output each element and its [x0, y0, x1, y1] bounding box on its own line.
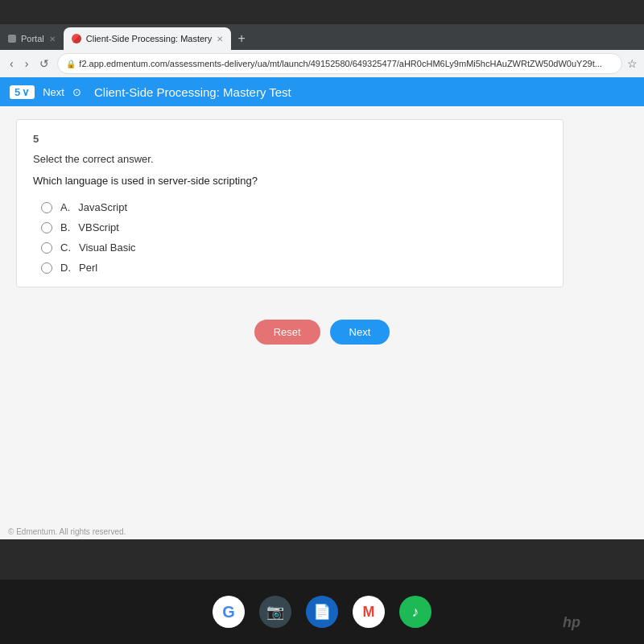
google-icon: G [222, 603, 235, 621]
option-c[interactable]: C. Visual Basic [41, 242, 547, 254]
chevron-down-icon: ∨ [22, 86, 30, 98]
option-c-text: Visual Basic [79, 242, 136, 254]
url-text: f2.app.edmentum.com/assessments-delivery… [79, 59, 602, 68]
hp-logo: hp [563, 614, 580, 631]
camera-icon: 📷 [266, 603, 284, 621]
tab-mastery[interactable]: Client-Side Processing: Mastery ✕ [64, 27, 232, 50]
radio-c[interactable] [41, 242, 52, 254]
reset-button[interactable]: Reset [254, 320, 320, 345]
taskbar-files[interactable]: 📄 [306, 596, 338, 628]
back-button[interactable]: ‹ [6, 56, 17, 72]
tab-portal-label: Portal [21, 34, 44, 43]
option-b[interactable]: B. VBScript [41, 221, 547, 233]
option-d[interactable]: D. Perl [41, 262, 547, 274]
toolbar-next-icon: ⊙ [72, 86, 81, 98]
question-card: 5 Select the correct answer. Which langu… [16, 119, 564, 287]
next-button[interactable]: Next [330, 320, 390, 345]
question-text: Which language is used in server-side sc… [33, 175, 547, 187]
question-num-text: 5 [14, 86, 20, 98]
spotify-icon: ♪ [412, 604, 419, 621]
mastery-favicon [72, 34, 81, 43]
gmail-icon: M [363, 604, 375, 621]
reload-button[interactable]: ↺ [36, 56, 52, 72]
taskbar-spotify[interactable]: ♪ [399, 596, 431, 628]
option-d-text: Perl [79, 262, 97, 274]
taskbar: G 📷 📄 M ♪ hp [0, 580, 644, 644]
footer: © Edmentum. All rights reserved. [0, 524, 644, 539]
question-number: 5 [33, 133, 547, 145]
portal-favicon [8, 35, 16, 43]
option-a-text: JavaScript [78, 201, 127, 213]
main-content: 5 Select the correct answer. Which langu… [0, 106, 644, 524]
taskbar-camera[interactable]: 📷 [259, 596, 291, 628]
address-bar[interactable]: 🔒 f2.app.edmentum.com/assessments-delive… [57, 53, 622, 74]
browser-chrome: Portal ✕ Client-Side Processing: Mastery… [0, 24, 644, 77]
address-bar-row: ‹ › ↺ 🔒 f2.app.edmentum.com/assessments-… [0, 50, 644, 77]
radio-d[interactable] [41, 262, 52, 274]
tab-portal[interactable]: Portal ✕ [0, 27, 64, 50]
radio-a[interactable] [41, 202, 52, 213]
laptop-body: Portal ✕ Client-Side Processing: Mastery… [0, 0, 644, 644]
app-toolbar: 5 ∨ Next ⊙ Client-Side Processing: Maste… [0, 77, 644, 106]
tab-bar: Portal ✕ Client-Side Processing: Mastery… [0, 24, 644, 50]
question-instruction: Select the correct answer. [33, 153, 547, 165]
new-tab-button[interactable]: + [231, 28, 252, 49]
tab-portal-close[interactable]: ✕ [49, 35, 56, 43]
page-title: Client-Side Processing: Mastery Test [94, 85, 291, 99]
tab-mastery-label: Client-Side Processing: Mastery [86, 34, 213, 43]
option-b-letter: B. [60, 221, 70, 233]
question-number-badge: 5 ∨ [10, 85, 35, 99]
buttons-area: Reset Next [16, 320, 628, 361]
files-icon: 📄 [313, 603, 331, 621]
taskbar-gmail[interactable]: M [353, 596, 385, 628]
hp-logo-area: hp [547, 610, 596, 634]
option-a[interactable]: A. JavaScript [41, 201, 547, 213]
option-c-letter: C. [60, 242, 71, 254]
bookmark-icon[interactable]: ☆ [627, 57, 638, 70]
taskbar-google[interactable]: G [213, 596, 245, 628]
option-d-letter: D. [60, 262, 71, 274]
tab-mastery-close[interactable]: ✕ [217, 35, 223, 43]
forward-button[interactable]: › [22, 56, 32, 72]
browser-window: Portal ✕ Client-Side Processing: Mastery… [0, 24, 644, 539]
option-b-text: VBScript [78, 221, 119, 233]
lock-icon: 🔒 [66, 60, 76, 68]
option-a-letter: A. [60, 201, 70, 213]
toolbar-next-button[interactable]: Next [43, 86, 64, 98]
radio-b[interactable] [41, 222, 52, 233]
answer-options: A. JavaScript B. VBScript C. Visual Basi… [41, 201, 547, 274]
